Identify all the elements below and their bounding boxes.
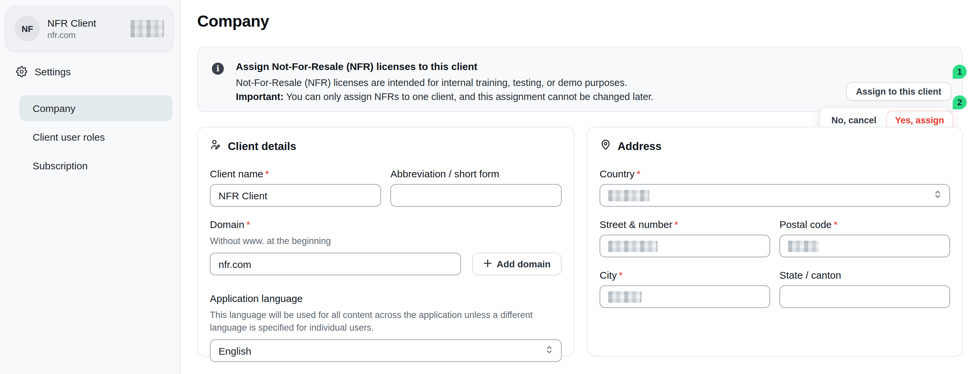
domain-field: Domain* Without www. at the beginning Ad… xyxy=(210,219,562,275)
no-cancel-button[interactable]: No, cancel xyxy=(831,115,877,125)
client-card-text: NFR Client nfr.com xyxy=(47,18,96,40)
sidebar-item-settings[interactable]: Settings xyxy=(16,66,71,77)
annotation-badge-1: 1 xyxy=(953,65,967,79)
client-details-title: Client details xyxy=(228,140,296,152)
required-marker: * xyxy=(619,269,623,281)
city-label: City* xyxy=(600,269,770,281)
map-pin-icon xyxy=(600,139,612,153)
address-row-1: Street & number* Postal code* xyxy=(600,219,950,257)
postal-code-label: Postal code* xyxy=(780,219,950,230)
abbreviation-field: Abbreviation / short form xyxy=(390,168,562,207)
redacted-street-value xyxy=(608,240,657,252)
address-row-2: City* State / canton xyxy=(600,269,950,308)
language-select[interactable]: English xyxy=(210,339,562,362)
client-name-label: Client name* xyxy=(210,168,381,179)
sidebar-item-label: Subscription xyxy=(33,160,88,171)
address-title: Address xyxy=(617,140,662,152)
required-marker: * xyxy=(246,219,250,230)
state-input[interactable] xyxy=(780,285,950,308)
chevron-up-down-icon xyxy=(546,344,553,357)
postal-code-field: Postal code* xyxy=(780,219,950,257)
domain-row: Add domain xyxy=(210,253,562,275)
redacted-city-value xyxy=(608,291,641,302)
client-name-field: Client name* xyxy=(210,168,381,207)
street-label: Street & number* xyxy=(600,219,770,230)
state-label: State / canton xyxy=(780,269,950,281)
city-input[interactable] xyxy=(600,285,770,308)
nfr-banner-line1: Not-For-Resale (NFR) licenses are intend… xyxy=(236,76,856,90)
language-select-value: English xyxy=(218,345,251,356)
sidebar-item-client-user-roles[interactable]: Client user roles xyxy=(19,124,173,150)
client-card-name: NFR Client xyxy=(47,18,96,29)
redacted-postal-value xyxy=(788,240,819,252)
country-field: Country* xyxy=(600,168,950,207)
language-label: Application language xyxy=(210,292,562,304)
client-name-input[interactable] xyxy=(210,184,381,207)
nfr-banner-title: Assign Not-For-Resale (NFR) licenses to … xyxy=(236,61,856,72)
state-field: State / canton xyxy=(780,269,950,308)
nfr-banner-text: Assign Not-For-Resale (NFR) licenses to … xyxy=(236,61,856,103)
client-details-header: Client details xyxy=(210,139,562,153)
required-marker: * xyxy=(674,219,678,230)
city-field: City* xyxy=(600,269,770,308)
page-title: Company xyxy=(197,12,269,31)
required-marker: * xyxy=(834,219,838,230)
nfr-banner-important-rest: You can only assign NFRs to one client, … xyxy=(283,91,654,102)
sidebar-item-label: Company xyxy=(33,103,75,114)
country-label: Country* xyxy=(600,168,950,179)
gear-icon xyxy=(16,66,27,77)
language-helper: This language will be used for all conte… xyxy=(210,308,562,334)
required-marker: * xyxy=(636,168,641,179)
add-domain-button[interactable]: Add domain xyxy=(473,253,562,275)
abbreviation-label: Abbreviation / short form xyxy=(390,168,562,179)
plus-icon xyxy=(483,259,492,269)
app-root: NF NFR Client nfr.com Settings Company xyxy=(0,0,980,374)
nfr-banner-line2: Important: You can only assign NFRs to o… xyxy=(236,90,856,103)
domain-helper: Without www. at the beginning xyxy=(210,235,562,247)
annotation-badge-2: 2 xyxy=(953,95,967,109)
sidebar-item-subscription[interactable]: Subscription xyxy=(19,153,173,179)
client-avatar-initials: NF xyxy=(22,24,33,34)
user-edit-icon xyxy=(210,139,222,153)
client-details-card: Client details Client name* Abbreviation… xyxy=(197,127,574,356)
sidebar-menu: Company Client user roles Subscription xyxy=(19,95,173,179)
main-content: Company Assign Not-For-Resale (NFR) lice… xyxy=(181,0,980,374)
assign-to-this-client-button[interactable]: Assign to this client xyxy=(846,82,951,101)
domain-label: Domain* xyxy=(210,219,562,230)
client-card-domain: nfr.com xyxy=(47,30,96,40)
client-card[interactable]: NF NFR Client nfr.com xyxy=(5,6,173,51)
add-domain-label: Add domain xyxy=(497,259,550,269)
nfr-info-banner: Assign Not-For-Resale (NFR) licenses to … xyxy=(197,47,963,112)
street-input[interactable] xyxy=(600,235,770,257)
address-header: Address xyxy=(600,139,950,153)
domain-input[interactable] xyxy=(210,253,461,275)
language-field: Application language This language will … xyxy=(210,292,562,362)
nfr-banner-important-prefix: Important: xyxy=(236,91,283,102)
postal-code-input[interactable] xyxy=(780,235,950,257)
chevron-up-down-icon xyxy=(934,189,941,202)
sidebar: NF NFR Client nfr.com Settings Company xyxy=(0,0,181,374)
client-avatar: NF xyxy=(15,16,40,42)
redacted-country-value xyxy=(608,190,649,201)
settings-label: Settings xyxy=(35,66,71,77)
sidebar-item-company[interactable]: Company xyxy=(19,95,173,121)
info-icon xyxy=(212,63,224,75)
street-field: Street & number* xyxy=(600,219,770,257)
sidebar-item-label: Client user roles xyxy=(33,131,105,143)
address-card: Address Country* Street & number* Postal xyxy=(587,127,963,356)
required-marker: * xyxy=(265,168,269,179)
abbreviation-input[interactable] xyxy=(390,184,562,207)
country-select[interactable] xyxy=(600,184,950,207)
redacted-client-badge xyxy=(130,20,164,37)
client-details-row-1: Client name* Abbreviation / short form xyxy=(210,168,562,207)
